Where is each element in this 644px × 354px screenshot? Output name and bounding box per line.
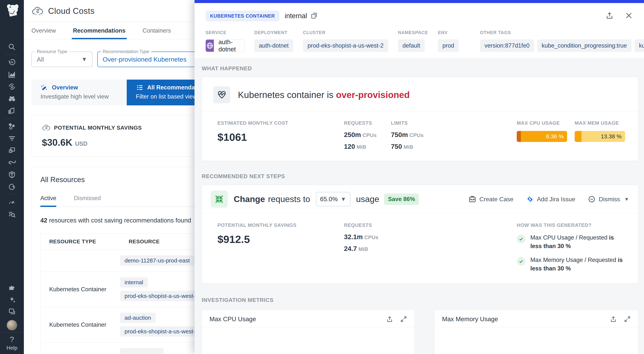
est-cost-value: $1061 <box>218 131 344 143</box>
view-toggle: Overview Investigate high level view All… <box>32 80 215 105</box>
resource-tag[interactable]: prod-eks-shopist-a-us-west-2 <box>120 291 203 301</box>
requests-mem: 24.7 <box>344 245 357 252</box>
tab-active[interactable]: Active <box>40 195 56 207</box>
tab-containers[interactable]: Containers <box>143 22 171 39</box>
export-icon[interactable] <box>610 315 617 323</box>
tag[interactable]: kube_condition_progressing:true <box>537 40 632 52</box>
overview-card-title: Overview <box>52 84 78 91</box>
case-icon <box>468 195 476 203</box>
cpu-unit: CPUs <box>410 132 424 138</box>
chevron-down-icon: ▼ <box>624 196 629 202</box>
mem-unit: MiB <box>356 144 366 150</box>
heart-pulse-icon <box>213 86 230 103</box>
search-icon[interactable] <box>8 43 16 51</box>
create-case-button[interactable]: Create Case <box>468 195 514 203</box>
limits-mem: 750 <box>391 143 402 150</box>
overview-view-card[interactable]: Overview Investigate high level view <box>32 80 127 105</box>
tab-recommendations[interactable]: Recommendations <box>73 22 126 39</box>
copy-icon[interactable] <box>310 12 318 20</box>
audit-list-search-icon[interactable] <box>8 210 16 219</box>
resource-type-value: All <box>37 56 44 63</box>
close-icon[interactable] <box>625 11 633 21</box>
workspaces-icon[interactable] <box>8 307 16 316</box>
divider <box>5 55 19 55</box>
containers-hex-icon[interactable] <box>8 122 16 131</box>
sidebar: ? Help <box>0 0 24 354</box>
resource-tag[interactable]: internal <box>120 277 148 287</box>
layers-icon[interactable] <box>8 107 16 115</box>
help-section[interactable]: ? Help <box>0 332 24 354</box>
resource-tag[interactable]: ad-auction <box>120 313 156 323</box>
generated-check: Max Memory Usage / Requested is less tha… <box>517 256 632 273</box>
resources-count: 42 resources with cost saving recommenda… <box>40 217 209 224</box>
max-cpu-value: 8.36 % <box>546 133 564 140</box>
ai-sparkles-icon[interactable] <box>8 295 16 304</box>
meta-env: ENV prod <box>438 30 459 52</box>
tag[interactable]: ku... <box>634 40 644 52</box>
cluster-value[interactable]: prod-eks-shopist-a-us-west-2 <box>303 40 388 52</box>
metrics-icon[interactable] <box>8 70 16 79</box>
namespace-value[interactable]: default <box>398 40 425 52</box>
create-case-label: Create Case <box>480 196 514 203</box>
add-jira-button[interactable]: Add Jira Issue <box>526 195 576 203</box>
apps-windows-icon[interactable] <box>8 146 16 155</box>
action-bold: Change <box>234 194 265 204</box>
check-text: Max Memory Usage / Requested <box>530 257 618 263</box>
meta-service: SERVICE auth-dotnet <box>206 30 244 52</box>
dismiss-button[interactable]: Dismiss ▼ <box>588 195 629 203</box>
how-generated-label: HOW WAS THIS GENERATED? <box>517 222 632 228</box>
row-type: Kubernetes Container <box>40 271 120 307</box>
deployment-value[interactable]: auth-dotnet <box>254 40 293 52</box>
service-mgmt-icon[interactable] <box>8 182 16 191</box>
what-happened-title: Kubernetes container is over-provisioned <box>238 90 410 100</box>
history-icon[interactable] <box>8 58 16 67</box>
help-icon: ? <box>10 335 14 344</box>
resource-tag[interactable]: demo-11287-us-prod-east <box>120 255 194 266</box>
usage-percent-value: 65.0% <box>320 196 338 203</box>
what-happened-card: Kubernetes container is over-provisioned… <box>202 77 638 161</box>
col-resource-type: RESOURCE TYPE <box>40 234 120 250</box>
max-cpu-chart-title: Max CPU Usage <box>210 315 256 323</box>
recommendation-type-label: Recommendation Type <box>101 49 151 54</box>
tag[interactable]: version:877d1fe0 <box>480 40 534 52</box>
action-rest: requests to <box>268 194 310 204</box>
est-cost-label: ESTIMATED MONTHLY COST <box>218 120 344 126</box>
integrations-puzzle-icon[interactable] <box>8 283 16 292</box>
potential-savings-value: $912.5 <box>218 233 344 245</box>
env-value[interactable]: prod <box>438 40 459 52</box>
max-cpu-usage-bar: 8.36 % <box>517 131 567 142</box>
bar-segment <box>575 131 582 142</box>
service-pill[interactable]: auth-dotnet <box>206 40 244 52</box>
resources-tabs: Active Dismissed <box>40 195 203 207</box>
chevron-down-icon: ▼ <box>340 196 346 202</box>
datadog-logo-icon[interactable] <box>4 3 20 19</box>
security-shield-icon[interactable] <box>8 170 16 179</box>
export-icon[interactable] <box>386 315 393 323</box>
cloud-costs-icon <box>32 5 44 17</box>
usage-percent-select[interactable]: 65.0% ▼ <box>316 192 350 206</box>
user-avatar[interactable] <box>7 320 17 330</box>
tab-overview[interactable]: Overview <box>32 22 56 39</box>
tab-dismissed[interactable]: Dismissed <box>74 195 101 207</box>
recommendation-type-select[interactable]: Recommendation Type Over-provisioned Kub… <box>97 52 204 67</box>
resource-tag[interactable] <box>120 348 164 354</box>
limits-label: LIMITS <box>391 120 517 126</box>
bar-segment <box>517 131 521 142</box>
gauge-icon[interactable] <box>8 198 16 207</box>
resource-tag[interactable]: prod-eks-shopist-a-us-west-2 <box>120 326 203 336</box>
expand-icon[interactable] <box>624 315 631 323</box>
max-mem-usage-bar: 13.38 % <box>575 131 625 142</box>
logs-filter-icon[interactable] <box>8 134 16 143</box>
resource-type-select[interactable]: Resource Type All ▼ <box>32 52 92 67</box>
expand-icon[interactable] <box>400 315 407 323</box>
max-memory-chart-card: Max Memory Usage <box>434 310 638 354</box>
panel-header: KUBERNETES CONTAINER internal <box>194 3 644 29</box>
list-icon <box>136 84 144 91</box>
monitor-radar-icon[interactable] <box>8 82 16 91</box>
watchdog-binoculars-icon[interactable] <box>8 94 16 103</box>
cloud-costs-app: ? Help Cloud Costs Overview Recommendati… <box>0 0 644 354</box>
apm-link-icon[interactable] <box>8 158 16 167</box>
export-icon[interactable] <box>605 11 614 21</box>
check-icon <box>517 235 526 243</box>
deployment-label: DEPLOYMENT <box>254 30 293 35</box>
